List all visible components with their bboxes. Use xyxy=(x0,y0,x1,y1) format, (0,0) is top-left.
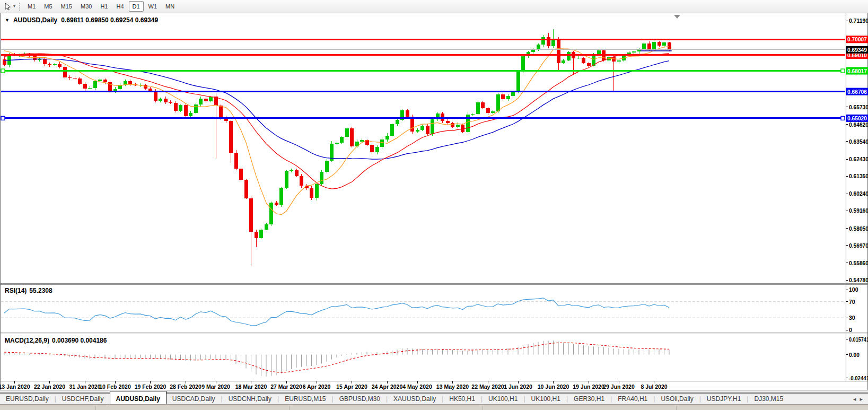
candle-body xyxy=(557,39,560,63)
candle-body xyxy=(310,188,313,198)
status-bar-divider xyxy=(289,406,290,410)
tab-scroll-left-icon[interactable]: ◂ xyxy=(853,396,856,402)
candle-body xyxy=(516,72,520,92)
candle-body xyxy=(320,172,323,184)
candle-body xyxy=(547,37,550,47)
tf-button-h4[interactable]: H4 xyxy=(112,1,127,12)
tab-gbpusd-m30[interactable]: GBPUSD,M30 xyxy=(334,394,386,404)
tab-uk100-h1[interactable]: UK100,H1 xyxy=(525,394,566,404)
candle-body xyxy=(496,94,500,112)
tab-usdcnh-daily[interactable]: USDCNH,Daily xyxy=(223,394,277,404)
candle-body xyxy=(345,128,349,137)
candle-body xyxy=(491,111,495,112)
toolbar-grip[interactable] xyxy=(19,3,20,11)
candle-body xyxy=(461,125,464,132)
candle-body xyxy=(380,139,384,147)
candle-body xyxy=(662,42,666,46)
candle-body xyxy=(642,43,646,49)
chevron-down-icon[interactable]: ▾ xyxy=(13,4,15,8)
tf-button-h1[interactable]: H1 xyxy=(97,1,111,12)
candle-body xyxy=(315,184,319,198)
date-tick-label: 15 Apr 2020 xyxy=(336,383,367,390)
line-selection-handle[interactable] xyxy=(1,116,5,120)
candle-body xyxy=(300,176,303,186)
hline-price-badge-label: 0.65020 xyxy=(847,115,867,121)
candle-body xyxy=(229,121,233,153)
candle-body xyxy=(194,104,198,113)
candle-body xyxy=(98,80,102,82)
candle-body xyxy=(426,126,429,134)
line-selection-handle[interactable] xyxy=(841,116,845,120)
cursor-tool-icon xyxy=(4,3,12,11)
price-tick-label: 0.54780 xyxy=(849,277,868,283)
candle-body xyxy=(174,103,178,111)
candle-body xyxy=(325,161,329,172)
tab-usoil-daily[interactable]: USOil,Daily xyxy=(655,394,699,404)
candle-body xyxy=(441,114,444,121)
symbol-collapse-icon[interactable]: ▼ xyxy=(5,18,10,23)
rsi-value: 55.2308 xyxy=(29,287,52,294)
candle-body xyxy=(637,49,641,51)
candle-body xyxy=(68,77,72,78)
price-tick-label: 0.71190 xyxy=(849,18,868,24)
candle-body xyxy=(647,43,651,49)
tf-button-m1[interactable]: M1 xyxy=(24,1,39,12)
candle-body xyxy=(632,51,636,53)
tab-hk50-h1[interactable]: HK50,H1 xyxy=(443,394,481,404)
tab-usdcad-daily[interactable]: USDCAD,Daily xyxy=(166,394,221,404)
date-tick-label: 19 Feb 2020 xyxy=(135,383,166,390)
candle-body xyxy=(103,80,107,82)
top-toolbar: ▾ M1M5M15M30H1H4D1W1MN xyxy=(0,0,868,13)
hline-price-badge-label: 0.66706 xyxy=(847,89,867,95)
price-tick-label: 0.59160 xyxy=(849,207,868,214)
tf-button-mn[interactable]: MN xyxy=(162,1,178,12)
candle-body xyxy=(219,106,223,118)
candle-body xyxy=(88,88,92,89)
line-selection-handle[interactable] xyxy=(841,69,845,73)
tab-usdchf-daily[interactable]: USDCHF,Daily xyxy=(56,394,110,404)
rsi-tick-label: 0 xyxy=(849,327,852,333)
tf-button-m5[interactable]: M5 xyxy=(40,1,56,12)
cursor-tool-button[interactable]: ▾ xyxy=(3,2,17,12)
candle-body xyxy=(481,102,485,108)
candle-body xyxy=(396,120,399,125)
candle-body xyxy=(431,119,434,134)
tf-button-w1[interactable]: W1 xyxy=(145,1,161,12)
macd-tick-label: 0.015741 xyxy=(849,336,868,343)
rsi-tick-label: 30 xyxy=(849,315,855,321)
tab-eurusd-m15[interactable]: EURUSD,M15 xyxy=(279,394,331,404)
tab-eurusd-daily[interactable]: EURUSD,Daily xyxy=(0,394,55,404)
candle-body xyxy=(189,113,192,117)
tab-scroll-arrows: ◂▸ xyxy=(849,394,863,404)
tab-usdjpy-h1[interactable]: USDJPY,H1 xyxy=(701,394,747,404)
line-selection-handle[interactable] xyxy=(1,69,5,73)
candle-body xyxy=(234,153,238,169)
price-tick-label: 0.55860 xyxy=(849,260,868,266)
tab-ger30-h1[interactable]: GER30,H1 xyxy=(568,394,610,404)
tab-scroll-right-icon[interactable]: ▸ xyxy=(860,396,863,402)
timeframe-toolbar: M1M5M15M30H1H4D1W1MN xyxy=(24,1,179,12)
tab-fra40-h1[interactable]: FRA40,H1 xyxy=(612,394,653,404)
tf-button-m15[interactable]: M15 xyxy=(57,1,76,12)
date-tick-label: 22 Jan 2020 xyxy=(34,383,65,390)
candle-body xyxy=(541,37,545,45)
rsi-indicator-label: RSI(14)55.2308 xyxy=(5,287,55,294)
candle-body xyxy=(58,64,62,67)
candle-body xyxy=(295,170,299,177)
tab-uk100-h1[interactable]: UK100,H1 xyxy=(483,394,523,404)
tab-xauusd-daily[interactable]: XAUUSD,Daily xyxy=(388,394,442,404)
date-tick-label: 27 Mar 2020 xyxy=(270,383,302,390)
candle-body xyxy=(184,105,188,116)
candle-body xyxy=(340,137,344,143)
price-tick-label: 0.58050 xyxy=(849,225,868,232)
candle-body xyxy=(38,59,41,60)
tf-button-m30[interactable]: M30 xyxy=(77,1,95,12)
candle-body xyxy=(204,99,208,101)
tab-audusd-daily[interactable]: AUDUSD,Daily xyxy=(110,391,166,404)
tf-button-d1[interactable]: D1 xyxy=(129,1,144,12)
tab-dj30-m15[interactable]: DJ30,M15 xyxy=(748,394,789,404)
date-tick-label: 6 Apr 2020 xyxy=(303,383,331,390)
candle-body xyxy=(124,81,127,85)
candle-body xyxy=(275,203,278,204)
date-tick-label: 18 Mar 2020 xyxy=(235,383,267,390)
